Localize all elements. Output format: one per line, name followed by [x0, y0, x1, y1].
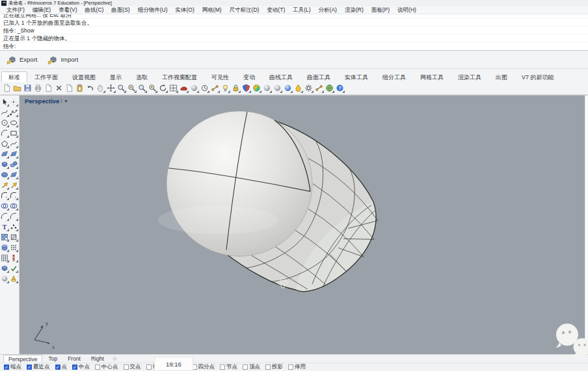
import-button[interactable]: Import	[47, 55, 78, 65]
osnap-label-end[interactable]: 端点	[10, 363, 21, 371]
arc-icon[interactable]	[0, 128, 9, 138]
rotate-view-icon[interactable]	[158, 83, 168, 93]
ghosted-display-icon[interactable]	[189, 83, 199, 93]
viewport-tab-perspective[interactable]: Perspective	[3, 355, 42, 363]
perspective-viewport[interactable]: Perspective ▼	[20, 96, 585, 354]
shaded-display-icon[interactable]	[179, 83, 189, 93]
command-prompt-input[interactable]: 指令:	[0, 42, 588, 51]
move-icon[interactable]	[106, 83, 116, 93]
osnap-checkbox-mid[interactable]: ✓	[72, 365, 77, 370]
pan-icon[interactable]	[96, 83, 105, 93]
zoom-selected-icon[interactable]	[137, 83, 147, 93]
hide-objects-icon[interactable]	[220, 83, 230, 93]
chamfer-corner-icon[interactable]	[9, 190, 18, 200]
ribbon-tab-subd-tools[interactable]: 细分工具	[375, 71, 413, 82]
ribbon-tab-new-in-v7[interactable]: V7 的新功能	[514, 71, 561, 82]
menu-item-curve[interactable]: 曲线(C)	[81, 6, 108, 14]
menu-item-render[interactable]: 渲染(R)	[341, 6, 368, 14]
point-cloud-icon[interactable]	[9, 222, 18, 231]
render-icon[interactable]	[241, 83, 251, 93]
new-file-icon[interactable]	[2, 83, 12, 93]
menu-item-solid[interactable]: 实体(O)	[172, 6, 198, 14]
ribbon-tab-visibility[interactable]: 可见性	[204, 71, 236, 82]
menu-item-dimension[interactable]: 尺寸标注(D)	[226, 6, 263, 14]
history-links-icon[interactable]	[314, 83, 324, 93]
web-help-icon[interactable]	[325, 83, 334, 93]
menu-item-panels[interactable]: 面板(P)	[368, 6, 394, 14]
copy-icon[interactable]	[64, 83, 74, 93]
raytrace-sphere-icon[interactable]	[283, 83, 293, 93]
osnap-label-point[interactable]: 点	[62, 363, 68, 371]
osnap-label-intersection[interactable]: 交点	[130, 363, 141, 371]
viewport-tab-front[interactable]: Front	[63, 355, 85, 363]
rectangle-icon[interactable]	[9, 128, 18, 138]
copy-to-clipboard-icon[interactable]	[44, 83, 53, 93]
osnap-label-quadrant[interactable]: 四分点	[198, 363, 215, 371]
viewport-title-menu[interactable]: Perspective ▼	[25, 97, 68, 105]
object-links-icon[interactable]	[210, 83, 220, 93]
sphere-object[interactable]	[158, 111, 312, 256]
ribbon-tab-display[interactable]: 显示	[103, 71, 129, 82]
viewport-tab-top[interactable]: Top	[44, 355, 62, 363]
osnap-checkbox-vertex[interactable]	[243, 365, 248, 370]
menu-item-file[interactable]: 文件(F)	[3, 6, 29, 14]
ribbon-tab-transform[interactable]: 变动	[236, 71, 262, 82]
ribbon-tab-render-tools[interactable]: 渲染工具	[451, 71, 488, 82]
osnap-checkbox-knot[interactable]	[220, 365, 225, 370]
osnap-label-mid[interactable]: 中点	[79, 363, 90, 371]
material-drop-icon[interactable]	[293, 83, 303, 93]
osnap-checkbox-point[interactable]: ✓	[55, 365, 60, 370]
four-viewports-icon[interactable]	[168, 83, 178, 93]
osnap-label-disable[interactable]: 停用	[295, 363, 306, 371]
export-button[interactable]: Export	[7, 55, 37, 65]
osnap-label-vertex[interactable]: 顶点	[249, 363, 260, 371]
osnap-label-project[interactable]: 投影	[272, 363, 283, 371]
viewport-tabs-menu-icon[interactable]: ◇	[110, 356, 120, 361]
boolean-difference-icon[interactable]	[9, 201, 18, 211]
delete-icon[interactable]	[54, 83, 64, 93]
lock-objects-icon[interactable]	[231, 83, 241, 93]
trim-solid-icon[interactable]	[0, 263, 9, 273]
adjustable-arc-icon[interactable]	[9, 211, 18, 221]
ribbon-tab-standard[interactable]: 标准	[1, 71, 27, 82]
ribbon-tab-mesh-tools[interactable]: 网格工具	[413, 71, 451, 82]
ribbon-tab-curve-tools[interactable]: 曲线工具	[262, 71, 300, 82]
osnap-checkbox-project[interactable]	[265, 365, 271, 370]
grid-block-icon[interactable]	[0, 253, 9, 262]
group-objects-icon[interactable]	[0, 232, 9, 242]
curve-freeform-icon[interactable]	[0, 107, 9, 117]
menu-item-edit[interactable]: 编辑(E)	[29, 6, 55, 14]
ellipse-icon[interactable]	[9, 118, 18, 127]
single-point-icon[interactable]	[9, 97, 18, 107]
offset-surface-icon[interactable]	[9, 180, 18, 190]
viewport-menu-chevron-icon[interactable]: ▼	[61, 99, 68, 103]
menu-item-tools[interactable]: 工具(L)	[289, 6, 314, 14]
extrude-curve-icon[interactable]	[0, 180, 9, 190]
ribbon-tab-set-view[interactable]: 设置视图	[65, 71, 103, 82]
curve-tools-icon[interactable]	[9, 138, 18, 148]
menu-item-surface[interactable]: 曲面(S)	[107, 6, 133, 14]
ribbon-tab-solid-tools[interactable]: 实体工具	[338, 71, 375, 82]
shaded-sphere-icon[interactable]	[273, 83, 282, 93]
check-objects-icon[interactable]	[9, 263, 18, 273]
torus-icon[interactable]	[0, 170, 9, 179]
sphere-icon[interactable]	[9, 159, 18, 169]
mesh-sphere-icon[interactable]	[0, 274, 9, 283]
osnap-checkbox-near[interactable]: ✓	[27, 365, 32, 370]
menu-item-analyze[interactable]: 分析(A)	[315, 6, 341, 14]
boolean-union-icon[interactable]	[0, 201, 9, 211]
osnap-checkbox-intersection[interactable]	[124, 365, 129, 370]
viewport-canvas[interactable]: y x	[20, 96, 585, 354]
solid-cylinder-icon[interactable]	[0, 242, 9, 252]
print-icon[interactable]	[33, 83, 43, 93]
menu-item-view[interactable]: 查看(V)	[55, 6, 81, 14]
hatch-icon[interactable]	[9, 232, 18, 242]
surface-plane-icon[interactable]	[9, 149, 18, 159]
osnap-label-near[interactable]: 最近点	[33, 363, 50, 371]
color-wheel-icon[interactable]	[252, 83, 261, 93]
ribbon-tab-viewport-layout[interactable]: 工作视窗配置	[155, 71, 204, 82]
zoom-extents-icon[interactable]	[148, 83, 157, 93]
extrude-surface-icon[interactable]	[9, 170, 18, 179]
ribbon-tab-drafting[interactable]: 出图	[488, 71, 514, 82]
surface-from-points-icon[interactable]	[0, 149, 9, 159]
